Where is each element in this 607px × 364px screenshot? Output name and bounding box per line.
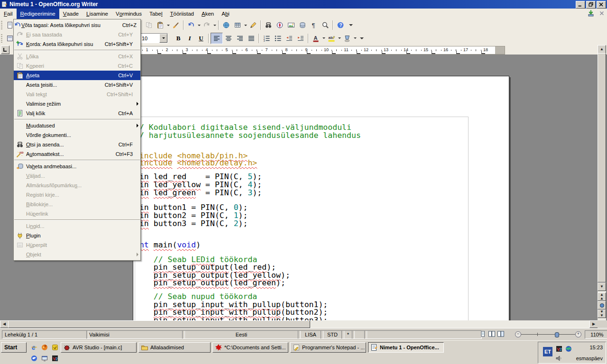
menu-item-vaheta-andmebaasi[interactable]: Vaheta andmebaasi... <box>14 162 140 171</box>
load-url-icon[interactable] <box>587 9 595 17</box>
redo-dropdown-icon[interactable] <box>212 20 217 30</box>
indent-button[interactable] <box>295 33 306 44</box>
toolbar-grip[interactable] <box>1 34 4 43</box>
previous-page-icon[interactable]: ▲▲ <box>598 292 606 301</box>
bgcolor-dropdown-icon[interactable] <box>353 33 357 44</box>
bold-button[interactable]: B <box>173 33 184 44</box>
status-page[interactable]: Lehekülg 1 / 1 <box>2 330 89 339</box>
highlight-button[interactable]: ab <box>326 33 337 44</box>
menubar-item-fail[interactable]: Fail <box>0 9 17 19</box>
status-selection-mode[interactable]: STD <box>321 330 344 339</box>
tab-stop-selector[interactable] <box>1 46 9 54</box>
alignr-button[interactable] <box>234 33 246 44</box>
menu-item-valimise-reziim[interactable]: Valimise režiim <box>14 99 140 109</box>
zoom-in-icon[interactable]: + <box>575 331 581 337</box>
draw-button[interactable] <box>248 20 259 30</box>
close-document-icon[interactable] <box>598 10 605 17</box>
tray-volume-icon[interactable] <box>555 355 563 362</box>
view-multi-page-icon[interactable] <box>488 330 496 338</box>
quicklaunch-ie-icon[interactable]: e <box>29 343 39 352</box>
status-insert-mode[interactable]: LISA <box>298 330 323 339</box>
menubar-item-triistad[interactable]: Tööriistad <box>166 9 198 19</box>
tray-v2-icon[interactable]: V2 <box>555 345 563 353</box>
zoom-out-icon[interactable]: − <box>515 331 521 337</box>
toolbar-overflow-icon[interactable] <box>360 36 364 41</box>
vertical-scrollbar[interactable]: ▲ ▼ ▲▲ ▼▼ <box>598 45 606 320</box>
menubar-item-vormindus[interactable]: Vormindus <box>112 9 146 19</box>
start-button[interactable]: Start <box>1 342 27 353</box>
view-book-icon[interactable] <box>497 330 505 338</box>
dedent-button[interactable] <box>284 33 295 44</box>
horizontal-scrollbar[interactable]: ◀ ▶ <box>0 320 598 328</box>
datasource-button[interactable] <box>297 20 308 30</box>
bgcolor-button[interactable] <box>341 33 353 44</box>
menubar-item-vaade[interactable]: Vaade <box>59 9 83 19</box>
font-size-combo[interactable]: 10 <box>139 33 168 43</box>
taskbar-window-button[interactable]: Nimetu 1 - OpenOffice... <box>368 342 444 353</box>
menu-item-vordle-dokumenti[interactable]: Võrdle dokumenti... <box>14 130 140 140</box>
taskbar-window-button[interactable]: *C:\Documents and Setti... <box>212 342 288 353</box>
alignl-button[interactable] <box>211 33 223 44</box>
highlight-dropdown-icon[interactable] <box>337 33 341 44</box>
paste-button[interactable] <box>155 20 166 30</box>
document-page[interactable]: // Kodulabori digitaalse sisend-väljundm… <box>133 76 509 320</box>
menubar-item-redigeerimine[interactable]: Redigeerimine <box>17 9 59 19</box>
taskbar-window-button[interactable]: AVR Studio - [main.c] <box>61 342 137 353</box>
redo-button[interactable] <box>201 20 212 30</box>
alignj-button[interactable] <box>246 33 257 44</box>
undo-dropdown-icon[interactable] <box>197 20 201 30</box>
underline-button[interactable]: U <box>195 33 207 44</box>
restore-button[interactable] <box>586 1 596 9</box>
undo-button[interactable] <box>185 20 197 30</box>
fontcolor-dropdown-icon[interactable] <box>322 33 326 44</box>
zoomtool-button[interactable] <box>320 20 331 30</box>
view-single-page-icon[interactable] <box>479 330 487 338</box>
italic-button[interactable]: I <box>184 33 195 44</box>
menu-item-plugin[interactable]: Plugin <box>14 231 140 240</box>
menubar-item-abi[interactable]: Abi <box>218 9 233 19</box>
menubar-item-tabel[interactable]: Tabel <box>146 9 166 19</box>
toolbar-grip[interactable] <box>1 21 4 29</box>
copy-button[interactable] <box>143 20 155 30</box>
zoom-slider[interactable]: − + <box>515 331 581 337</box>
bullist-button[interactable] <box>272 33 284 44</box>
keyboard-language-indicator[interactable]: ET <box>543 347 552 356</box>
title-bar[interactable]: Nimetu 1 - OpenOffice.org Writer <box>0 0 607 9</box>
clock[interactable]: 15:23 <box>589 345 603 350</box>
taskbar-window-button[interactable]: Allalaadimised <box>138 342 211 353</box>
vertical-scroll-thumb[interactable] <box>598 53 606 282</box>
globe-button[interactable] <box>221 20 232 30</box>
menu-item-otsi-ja-asenda[interactable]: Otsi ja asenda...Ctrl+F <box>14 140 140 149</box>
quicklaunch-yellowapp-icon[interactable] <box>50 343 60 352</box>
pilcrow-button[interactable]: ¶ <box>308 20 320 30</box>
minimize-button[interactable] <box>576 1 585 9</box>
navigation-icon[interactable] <box>598 301 606 309</box>
table-button[interactable] <box>232 20 243 30</box>
gallery-button[interactable] <box>285 20 297 30</box>
quicklaunch-firefox-icon[interactable] <box>40 343 49 352</box>
paste-dropdown-icon[interactable] <box>166 20 170 30</box>
toolbar-overflow-icon[interactable] <box>349 22 353 28</box>
status-language[interactable]: Eesti <box>182 330 301 339</box>
horizontal-ruler[interactable]: 123456789101112131415161718 <box>134 46 505 55</box>
table-dropdown-icon[interactable] <box>243 20 248 30</box>
zoom-slider-thumb[interactable] <box>555 332 559 337</box>
numlist-button[interactable]: 123 <box>261 33 272 44</box>
taskbar-window-button[interactable]: Programmer's Notepad - ... <box>290 342 366 353</box>
help-button[interactable]: ? <box>335 20 346 30</box>
alignc-button[interactable] <box>223 33 234 44</box>
menu-item-automaattekst[interactable]: ABCAutomaattekst...Ctrl+F3 <box>14 149 140 159</box>
menu-item-aseta[interactable]: AsetaCtrl+V <box>14 71 140 80</box>
quicklaunch-showdesk-icon[interactable] <box>40 354 49 363</box>
scroll-down-icon[interactable]: ▼ <box>598 282 606 291</box>
zoom-level[interactable]: 110% <box>585 330 607 339</box>
status-style[interactable]: Vaikimisi <box>86 330 185 339</box>
tray-network-monitor-icon[interactable] <box>565 345 572 353</box>
quicklaunch-v2-icon[interactable]: V2 <box>50 354 60 363</box>
menu-item-vota-tagasi[interactable]: Võta tagasi: Aseta lõikepuhvri sisuCtrl+… <box>14 20 140 30</box>
menubar-item-lisamine[interactable]: Lisamine <box>83 9 112 19</box>
menu-item-vali-koik[interactable]: Vali kõikCtrl+A <box>14 109 140 118</box>
brush-button[interactable] <box>170 20 182 30</box>
find-button[interactable] <box>263 20 274 30</box>
fontcolor-button[interactable]: A <box>310 33 322 44</box>
